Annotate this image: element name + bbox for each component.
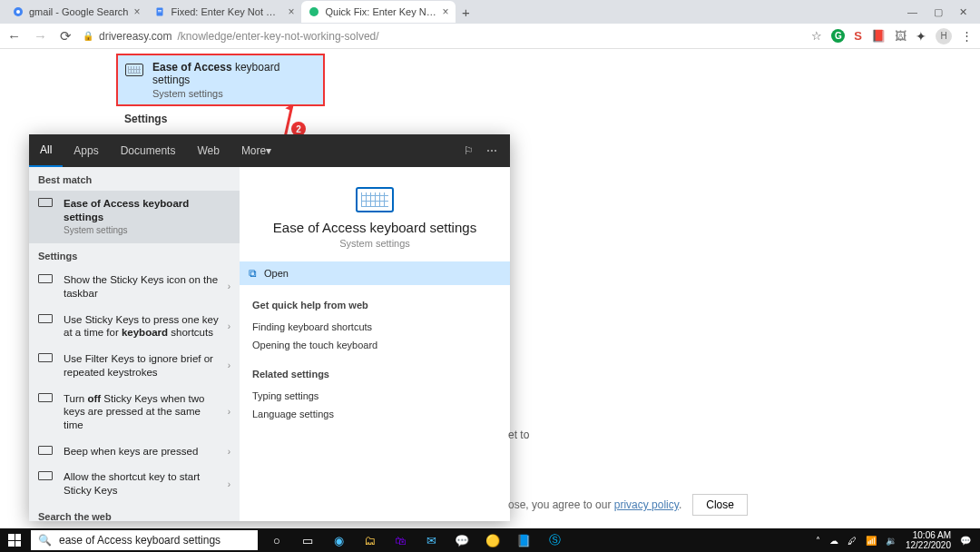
profile-avatar[interactable]: H (936, 28, 952, 44)
tab-title: Fixed: Enter Key Not Working O (171, 6, 282, 17)
new-tab-button[interactable]: + (456, 5, 475, 20)
tray-network-icon[interactable]: 📶 (866, 536, 877, 546)
window-maximize-icon[interactable]: ▢ (934, 6, 943, 18)
settings-result-item[interactable]: Allow the shortcut key to start Sticky K… (29, 464, 240, 503)
tab-close-icon[interactable]: × (442, 5, 448, 18)
extensions-puzzle-icon[interactable]: ✦ (916, 29, 926, 44)
related-settings-header: Related settings (252, 369, 497, 380)
related-setting-link[interactable]: Language settings (252, 405, 497, 423)
tray-chevron-up-icon[interactable]: ˄ (816, 536, 820, 546)
browser-tab-active[interactable]: Quick Fix: Enter Key Not Workin × (301, 1, 456, 23)
action-center-icon[interactable]: 💬 (960, 536, 971, 546)
svg-rect-4 (158, 12, 162, 13)
settings-header: Settings (29, 243, 240, 267)
clock[interactable]: 10:06 AM 12/22/2020 (906, 530, 951, 550)
result-title: Allow the shortcut key to start Sticky K… (64, 470, 219, 497)
svg-point-1 (16, 10, 20, 14)
quick-help-link[interactable]: Finding keyboard shortcuts (252, 318, 497, 336)
keyboard-icon (38, 446, 54, 457)
feedback-icon[interactable]: ⚐ (464, 144, 474, 157)
extension-icon[interactable]: G (831, 29, 845, 43)
settings-result-item[interactable]: Beep when keys are pressed › (29, 439, 240, 465)
detail-title: Ease of Access keyboard settings (252, 220, 497, 235)
quick-help-header: Get quick help from web (252, 300, 497, 310)
search-options-icon[interactable]: ⋯ (486, 144, 497, 157)
result-subtitle: System settings (64, 225, 230, 237)
messaging-icon[interactable]: 💬 (448, 528, 475, 552)
tab-title: gmail - Google Search (29, 6, 128, 17)
result-title: Use Filter Keys to ignore brief or repea… (64, 352, 219, 379)
browser-tab-strip: gmail - Google Search × Fixed: Enter Key… (0, 0, 980, 24)
word-icon[interactable]: 📘 (510, 528, 537, 552)
best-match-header: Best match (29, 167, 240, 191)
store-icon[interactable]: 🛍 (387, 528, 414, 552)
cortana-icon[interactable]: ○ (263, 528, 290, 552)
keyboard-icon (38, 353, 54, 364)
taskbar-search-input[interactable]: 🔍 ease of Access keyboard settings (31, 530, 258, 550)
open-button[interactable]: ⧉ Open (240, 261, 510, 285)
chevron-right-icon: › (228, 407, 230, 417)
extension-icon[interactable]: 🖼 (895, 29, 906, 43)
page-content: Ease of Access keyboard settings System … (0, 49, 980, 528)
tray-volume-icon[interactable]: 🔉 (886, 536, 897, 546)
skype-icon[interactable]: Ⓢ (541, 528, 568, 552)
settings-result-item[interactable]: Use Sticky Keys to press one key at a ti… (29, 307, 240, 346)
browser-tab[interactable]: gmail - Google Search × (5, 1, 147, 23)
nav-back-icon[interactable]: ← (7, 28, 21, 44)
window-minimize-icon[interactable]: — (907, 6, 917, 18)
svg-point-5 (309, 7, 318, 16)
tray-onedrive-icon[interactable]: ☁ (829, 536, 838, 546)
related-setting-link[interactable]: Typing settings (252, 387, 497, 405)
settings-result-item[interactable]: Use Filter Keys to ignore brief or repea… (29, 346, 240, 385)
filter-tab-more[interactable]: More ▾ (230, 134, 282, 167)
keyboard-icon (38, 393, 54, 404)
extension-icon[interactable]: 📕 (871, 29, 886, 43)
file-explorer-icon[interactable]: 🗂 (356, 528, 383, 552)
filter-tab-apps[interactable]: Apps (63, 134, 109, 167)
search-icon: 🔍 (38, 534, 52, 547)
chevron-right-icon: › (228, 360, 230, 370)
settings-result-item[interactable]: Show the Sticky Keys icon on the taskbar… (29, 267, 240, 306)
best-match-item[interactable]: Ease of Access keyboard settings System … (29, 191, 240, 243)
search-results-list[interactable]: Best match Ease of Access keyboard setti… (29, 167, 240, 521)
windows-taskbar: 🔍 ease of Access keyboard settings ○ ▭ ◉… (0, 528, 980, 552)
nav-forward-icon: → (34, 28, 47, 44)
mail-icon[interactable]: ✉ (417, 528, 445, 552)
privacy-policy-link[interactable]: privacy policy (614, 498, 679, 511)
keyboard-icon (125, 64, 143, 76)
tab-close-icon[interactable]: × (288, 5, 294, 18)
search-value: ease of Access keyboard settings (59, 534, 220, 547)
site-favicon-icon (309, 6, 319, 17)
detail-subtitle: System settings (252, 238, 497, 249)
settings-result-item[interactable]: Turn off Sticky Keys when two keys are p… (29, 386, 240, 439)
nav-reload-icon[interactable]: ⟳ (60, 28, 72, 44)
task-view-icon[interactable]: ▭ (294, 528, 321, 552)
bookmark-star-icon[interactable]: ☆ (811, 29, 822, 43)
tab-title: Quick Fix: Enter Key Not Workin (325, 6, 436, 17)
address-bar: ← → ⟳ 🔒 drivereasy.com/knowledge/enter-k… (0, 24, 980, 49)
google-favicon-icon (13, 6, 24, 17)
filter-tab-all[interactable]: All (29, 134, 63, 167)
start-button[interactable] (0, 534, 29, 547)
chrome-icon[interactable]: 🟡 (479, 528, 506, 552)
edge-icon[interactable]: ◉ (325, 528, 352, 552)
extension-icon[interactable]: S (854, 29, 862, 43)
tray-input-icon[interactable]: 🖊 (848, 536, 857, 546)
url-path: /knowledge/enter-key-not-working-solved/ (177, 30, 378, 43)
window-close-icon[interactable]: ✕ (959, 6, 967, 18)
quick-help-link[interactable]: Opening the touch keyboard (252, 336, 497, 354)
cookie-close-button[interactable]: Close (692, 494, 748, 516)
filter-tab-documents[interactable]: Documents (110, 134, 187, 167)
tab-close-icon[interactable]: × (133, 5, 140, 18)
browser-tab[interactable]: Fixed: Enter Key Not Working O × (147, 1, 301, 23)
keyboard-icon (38, 274, 54, 285)
url-host: drivereasy.com (99, 30, 172, 43)
filter-tab-web[interactable]: Web (186, 134, 230, 167)
keyboard-icon (38, 471, 54, 482)
search-detail-pane: Ease of Access keyboard settings System … (240, 167, 510, 521)
keyboard-icon (38, 198, 54, 209)
browser-menu-icon[interactable]: ⋮ (961, 29, 973, 43)
url-field[interactable]: 🔒 drivereasy.com/knowledge/enter-key-not… (83, 30, 800, 43)
docs-favicon-icon (154, 6, 165, 17)
clipped-page-text: et to (508, 429, 529, 441)
